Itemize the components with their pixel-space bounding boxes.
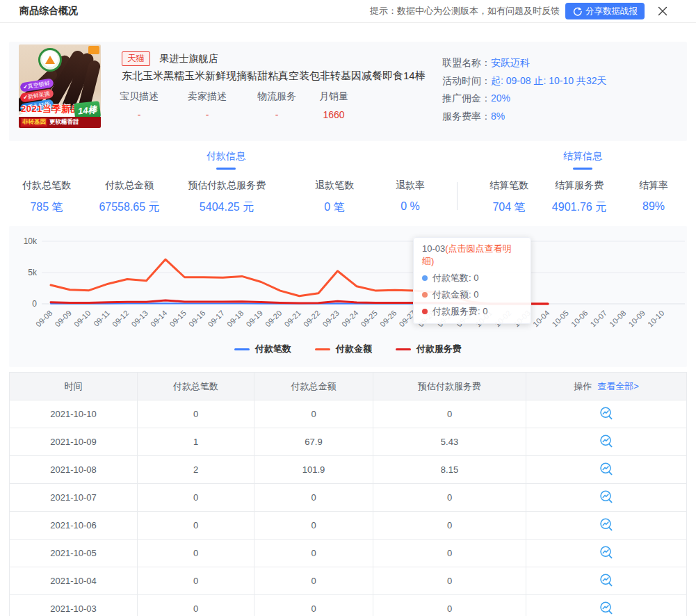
- tooltip-row: 付款服务费: 0: [422, 305, 522, 318]
- x-axis-tick: 09-09: [54, 309, 73, 328]
- beta-tip-text: 提示：数据中心为公测版本，如有问题及时反馈: [370, 5, 560, 17]
- x-axis-tick: 09-08: [34, 309, 54, 328]
- x-axis-tick: 09-25: [359, 309, 379, 328]
- legend-item[interactable]: 付款服务费: [396, 343, 462, 355]
- settlement-stat: 结算率89%: [639, 179, 668, 213]
- amount-cell: 0: [254, 484, 373, 512]
- close-icon[interactable]: [657, 6, 668, 17]
- legend-item[interactable]: 付款金额: [315, 343, 372, 355]
- tooltip-row: 付款笔数: 0: [422, 272, 522, 284]
- campaign-label: 服务费率：: [442, 108, 491, 126]
- view-trend-icon[interactable]: [599, 434, 615, 450]
- campaign-label: 活动时间：: [442, 72, 491, 90]
- table-header-row: 时间 付款总笔数 付款总金额 预估付款服务费 操作 查看全部>: [10, 373, 686, 400]
- daily-payment-table: 时间 付款总笔数 付款总金额 预估付款服务费 操作 查看全部> 2021-10-…: [9, 372, 687, 616]
- table-row: 2021-10-09167.95.43: [10, 428, 686, 456]
- tooltip-series-dot: [422, 309, 428, 314]
- summary-stat-label: 结算笔数: [489, 179, 528, 192]
- view-trend-icon[interactable]: [599, 462, 615, 478]
- x-axis-tick: 09-10: [72, 309, 92, 328]
- amount-cell: 0: [254, 540, 373, 567]
- col-header-amount: 付款总金额: [254, 373, 373, 400]
- x-axis-tick: 10-10: [646, 309, 665, 328]
- x-axis-tick: 09-24: [340, 309, 359, 328]
- table-row: 2021-10-06000: [10, 512, 686, 540]
- tab-payment-info[interactable]: 付款信息: [207, 150, 245, 170]
- action-cell: [526, 512, 686, 540]
- shop-name[interactable]: 果进士旗舰店: [159, 53, 218, 64]
- table-row: 2021-10-07000: [10, 484, 686, 512]
- summary-stats: 付款总笔数785 笔付款总金额67558.65 元预估付款总服务费5404.25…: [0, 179, 696, 228]
- date-cell: 2021-10-04: [10, 567, 138, 595]
- view-trend-icon[interactable]: [599, 545, 615, 561]
- payment-stat: 退款率0 %: [396, 179, 425, 213]
- amount-cell: 0: [254, 567, 373, 595]
- page-title: 商品综合概况: [19, 5, 78, 17]
- date-cell: 2021-10-06: [10, 512, 138, 540]
- payment-trend-chart[interactable]: 05k10k09-0809-0909-1009-1109-1209-1309-1…: [9, 226, 687, 367]
- view-all-link[interactable]: 查看全部>: [597, 380, 639, 393]
- col-header-date: 时间: [10, 373, 138, 400]
- amount-cell: 0: [254, 595, 373, 616]
- summary-stat-value: 0 笔: [315, 200, 354, 215]
- summary-stat-label: 退款笔数: [315, 179, 354, 192]
- view-trend-icon[interactable]: [599, 601, 615, 616]
- product-image[interactable]: ✔真空锁鲜✔新鲜采摘✔源头好货 2021当季新品 14棒 非转基因 更软糯香甜: [19, 44, 101, 128]
- count-cell: 0: [138, 595, 254, 616]
- legend-item[interactable]: 付款笔数: [234, 343, 291, 355]
- campaign-row: 服务费率：8%: [442, 108, 607, 126]
- amount-cell: 67.9: [254, 428, 373, 456]
- summary-stat-value: 67558.65 元: [99, 200, 159, 215]
- tooltip-item-text: 付款笔数: 0: [432, 272, 478, 284]
- view-trend-icon[interactable]: [599, 406, 615, 422]
- x-axis-tick: 09-20: [264, 309, 283, 328]
- new-season-banner: 2021当季新品: [21, 103, 80, 115]
- campaign-info: 联盟名称：安跃迈科活动时间：起: 09-08 止: 10-10 共32天推广佣金…: [442, 54, 607, 125]
- x-axis-tick: 09-22: [302, 309, 321, 328]
- tooltip-row: 付款金额: 0: [422, 289, 522, 301]
- campaign-row: 推广佣金：20%: [442, 90, 607, 108]
- table-row: 2021-10-05000: [10, 540, 686, 567]
- tooltip-items: 付款笔数: 0付款金额: 0付款服务费: 0: [422, 272, 522, 318]
- product-stat-label: 月销量: [319, 90, 348, 103]
- action-cell: [526, 400, 686, 428]
- col-header-count: 付款总笔数: [138, 373, 254, 400]
- campaign-label: 推广佣金：: [442, 90, 491, 108]
- product-stat: 卖家描述-: [188, 90, 227, 120]
- fee-cell: 5.43: [373, 428, 526, 456]
- date-cell: 2021-10-10: [10, 400, 138, 428]
- action-cell: [526, 540, 686, 567]
- summary-stat-label: 付款总笔数: [22, 179, 71, 192]
- view-trend-icon[interactable]: [599, 573, 615, 589]
- tab-settlement-info[interactable]: 结算信息: [563, 150, 602, 170]
- x-axis-tick: 09-19: [245, 309, 264, 328]
- view-trend-icon[interactable]: [599, 489, 615, 505]
- legend-line-marker: [396, 348, 411, 350]
- product-stat: 月销量1660: [319, 90, 348, 120]
- campaign-value: 8%: [491, 108, 505, 126]
- x-axis-tick: 09-12: [111, 309, 130, 328]
- summary-stat-value: 89%: [639, 200, 668, 213]
- summary-stat-value: 0 %: [396, 200, 425, 213]
- share-refresh-icon: [572, 6, 582, 16]
- product-title[interactable]: 东北玉米黑糯玉米新鲜现摘黏甜粘真空装包非转基因减餐即食14棒: [122, 70, 448, 83]
- product-stat-value: -: [120, 109, 159, 120]
- summary-stat-value: 5404.25 元: [188, 200, 266, 215]
- product-panel: ✔真空锁鲜✔新鲜采摘✔源头好货 2021当季新品 14棒 非转基因 更软糯香甜 …: [9, 42, 687, 141]
- amount-cell: 101.9: [254, 456, 373, 484]
- x-axis-tick: 09-26: [378, 309, 398, 328]
- summary-stat-value: 4901.76 元: [552, 200, 606, 215]
- dialog-header: 商品综合概况 提示：数据中心为公测版本，如有问题及时反馈 分享数据战报: [0, 0, 696, 23]
- legend-label: 付款笔数: [255, 343, 291, 355]
- share-report-button[interactable]: 分享数据战报: [565, 3, 645, 19]
- table-row: 2021-10-10000: [10, 400, 686, 428]
- date-cell: 2021-10-07: [10, 484, 138, 512]
- summary-stat-value: 785 笔: [22, 200, 71, 215]
- tooltip-series-dot: [422, 275, 428, 281]
- chart-tooltip: 10-03(点击圆点查看明细) 付款笔数: 0付款金额: 0付款服务费: 0: [413, 237, 531, 324]
- table-row: 2021-10-04000: [10, 567, 686, 595]
- x-axis-tick: 10-07: [589, 309, 608, 328]
- tooltip-item-text: 付款金额: 0: [432, 289, 478, 301]
- product-stat: 宝贝描述-: [120, 90, 159, 120]
- view-trend-icon[interactable]: [599, 517, 615, 533]
